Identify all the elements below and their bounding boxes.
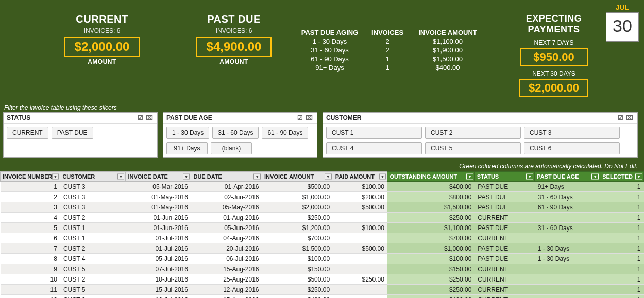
- cell-out[interactable]: $250.00: [387, 213, 474, 223]
- cell-cust[interactable]: CUST 6: [60, 295, 126, 299]
- cell-out[interactable]: $400.00: [387, 182, 474, 192]
- cell-idate[interactable]: 01-Jul-2016: [126, 233, 191, 243]
- column-header[interactable]: PAID AMOUNT▼: [333, 172, 387, 182]
- cell-age[interactable]: [535, 264, 600, 274]
- cell-sel[interactable]: 1: [600, 264, 644, 274]
- cell-status[interactable]: CURRENT: [474, 274, 534, 285]
- column-header[interactable]: CUSTOMER▼: [60, 172, 126, 182]
- table-row[interactable]: 7CUST 201-Jul-201620-Jul-2016$1,500.00$5…: [1, 243, 644, 254]
- slicer-customer-item[interactable]: CUST 1: [326, 127, 422, 139]
- filter-dropdown-icon[interactable]: ▼: [379, 174, 386, 180]
- cell-status[interactable]: CURRENT: [474, 213, 534, 223]
- cell-age[interactable]: 1 - 30 Days: [535, 254, 600, 264]
- cell-idate[interactable]: 01-Jul-2016: [126, 243, 191, 254]
- cell-inv[interactable]: $700.00: [262, 233, 333, 243]
- cell-sel[interactable]: 1: [600, 223, 644, 233]
- cell-age[interactable]: 31 - 60 Days: [535, 192, 600, 202]
- table-row[interactable]: 8CUST 405-Jul-201606-Jul-2016$100.00$100…: [1, 254, 644, 264]
- cell-paid[interactable]: [333, 295, 387, 299]
- cell-inv[interactable]: $1,500.00: [262, 243, 333, 254]
- cell-cust[interactable]: CUST 1: [60, 233, 126, 243]
- cell-sel[interactable]: 1: [600, 202, 644, 213]
- cell-ddate[interactable]: 05-Jun-2016: [191, 223, 262, 233]
- cell-cust[interactable]: CUST 3: [60, 202, 126, 213]
- cell-sel[interactable]: 1: [600, 285, 644, 295]
- cell-num[interactable]: 9: [1, 264, 60, 274]
- cell-sel[interactable]: 1: [600, 295, 644, 299]
- cell-out[interactable]: $800.00: [387, 192, 474, 202]
- cell-status[interactable]: CURRENT: [474, 264, 534, 274]
- table-row[interactable]: 2CUST 301-May-201602-Jun-2016$1,000.00$2…: [1, 192, 644, 202]
- filter-dropdown-icon[interactable]: ▼: [325, 174, 332, 180]
- cell-out[interactable]: $150.00: [387, 264, 474, 274]
- cell-num[interactable]: 12: [1, 295, 60, 299]
- table-row[interactable]: 4CUST 201-Jun-201601-Aug-2016$250.00$250…: [1, 213, 644, 223]
- cell-num[interactable]: 6: [1, 233, 60, 243]
- slicer-status-item[interactable]: CURRENT: [7, 127, 48, 139]
- table-row[interactable]: 12CUST 616-Jul-201615-Aug-2016$400.00$40…: [1, 295, 644, 299]
- cell-status[interactable]: PAST DUE: [474, 254, 534, 264]
- cell-out[interactable]: $1,500.00: [387, 202, 474, 213]
- cell-ddate[interactable]: 15-Aug-2016: [191, 295, 262, 299]
- cell-paid[interactable]: $100.00: [333, 182, 387, 192]
- cell-status[interactable]: PAST DUE: [474, 202, 534, 213]
- cell-inv[interactable]: $1,200.00: [262, 223, 333, 233]
- cell-cust[interactable]: CUST 2: [60, 243, 126, 254]
- cell-cust[interactable]: CUST 5: [60, 264, 126, 274]
- slicer-customer-item[interactable]: CUST 5: [425, 142, 521, 154]
- slicer-customer-item[interactable]: CUST 3: [524, 127, 620, 139]
- column-header[interactable]: INVOICE AMOUNT▼: [262, 172, 333, 182]
- cell-age[interactable]: [535, 285, 600, 295]
- cell-paid[interactable]: [333, 285, 387, 295]
- cell-idate[interactable]: 01-Jun-2016: [126, 213, 191, 223]
- cell-ddate[interactable]: 06-Jul-2016: [191, 254, 262, 264]
- cell-status[interactable]: PAST DUE: [474, 223, 534, 233]
- cell-out[interactable]: $250.00: [387, 274, 474, 285]
- cell-inv[interactable]: $500.00: [262, 274, 333, 285]
- cell-sel[interactable]: 1: [600, 192, 644, 202]
- cell-idate[interactable]: 01-May-2016: [126, 192, 191, 202]
- slicer-age-item[interactable]: 61 - 90 Days: [262, 127, 308, 139]
- cell-ddate[interactable]: 15-Aug-2016: [191, 264, 262, 274]
- cell-status[interactable]: PAST DUE: [474, 182, 534, 192]
- clear-filter-icon[interactable]: ⌧: [625, 114, 634, 121]
- cell-ddate[interactable]: 20-Jul-2016: [191, 243, 262, 254]
- column-header[interactable]: INVOICE NUMBER▼: [1, 172, 60, 182]
- cell-num[interactable]: 10: [1, 274, 60, 285]
- multiselect-icon[interactable]: ☑: [135, 114, 145, 121]
- cell-age[interactable]: [535, 213, 600, 223]
- cell-out[interactable]: $400.00: [387, 295, 474, 299]
- slicer-customer-item[interactable]: CUST 4: [326, 142, 422, 154]
- cell-cust[interactable]: CUST 4: [60, 254, 126, 264]
- cell-paid[interactable]: $200.00: [333, 192, 387, 202]
- filter-dropdown-icon[interactable]: ▼: [52, 174, 59, 180]
- cell-num[interactable]: 5: [1, 223, 60, 233]
- cell-num[interactable]: 2: [1, 192, 60, 202]
- cell-inv[interactable]: $250.00: [262, 285, 333, 295]
- cell-out[interactable]: $1,000.00: [387, 243, 474, 254]
- cell-age[interactable]: 91+ Days: [535, 182, 600, 192]
- cell-paid[interactable]: [333, 264, 387, 274]
- cell-cust[interactable]: CUST 3: [60, 182, 126, 192]
- filter-dropdown-icon[interactable]: ▼: [526, 174, 533, 180]
- cell-inv[interactable]: $500.00: [262, 182, 333, 192]
- slicer-status-item[interactable]: PAST DUE: [52, 127, 93, 139]
- table-row[interactable]: 11CUST 515-Jul-201612-Aug-2016$250.00$25…: [1, 285, 644, 295]
- cell-idate[interactable]: 15-Jul-2016: [126, 285, 191, 295]
- cell-age[interactable]: [535, 274, 600, 285]
- cell-cust[interactable]: CUST 2: [60, 274, 126, 285]
- cell-paid[interactable]: [333, 254, 387, 264]
- multiselect-icon[interactable]: ☑: [295, 114, 304, 121]
- slicer-customer-item[interactable]: CUST 6: [524, 142, 620, 154]
- cell-num[interactable]: 11: [1, 285, 60, 295]
- table-row[interactable]: 5CUST 101-Jun-201605-Jun-2016$1,200.00$1…: [1, 223, 644, 233]
- cell-age[interactable]: 61 - 90 Days: [535, 202, 600, 213]
- cell-ddate[interactable]: 01-Apr-2016: [191, 182, 262, 192]
- cell-ddate[interactable]: 05-May-2016: [191, 202, 262, 213]
- cell-ddate[interactable]: 01-Aug-2016: [191, 213, 262, 223]
- cell-age[interactable]: [535, 295, 600, 299]
- table-row[interactable]: 6CUST 101-Jul-201604-Aug-2016$700.00$700…: [1, 233, 644, 243]
- cell-inv[interactable]: $400.00: [262, 295, 333, 299]
- cell-status[interactable]: CURRENT: [474, 233, 534, 243]
- slicer-age-item[interactable]: 91+ Days: [166, 142, 208, 154]
